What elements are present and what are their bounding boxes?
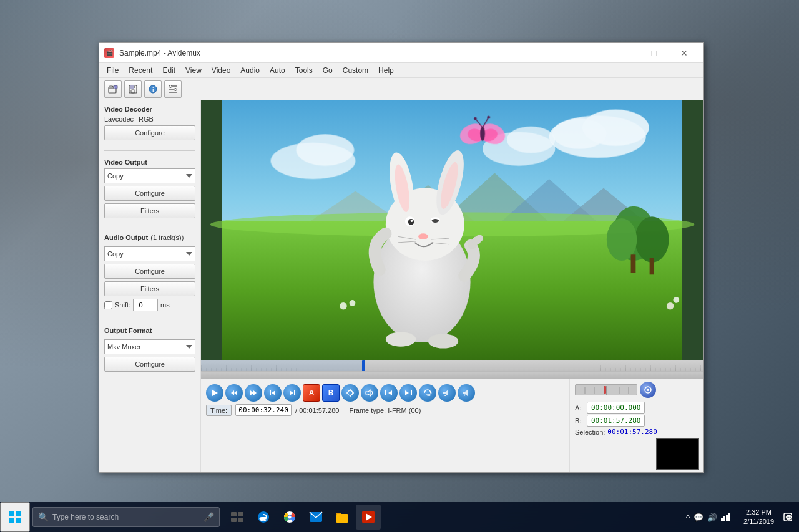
system-tray: ^ 💬 🔊 [681,512,736,523]
edge-icon [257,510,270,524]
menu-edit[interactable]: Edit [157,65,180,76]
menu-help[interactable]: Help [373,65,399,76]
mail-button[interactable] [303,505,328,530]
svg-point-12 [169,85,172,87]
folder-icon [335,511,349,523]
menu-audio[interactable]: Audio [235,65,265,76]
network-bars-icon [721,512,731,521]
volume-tray-icon[interactable]: 🔊 [707,513,717,522]
svg-rect-112 [231,512,237,516]
media-player-button[interactable] [356,505,381,530]
shift-row: Shift: ms [104,299,195,311]
menu-bar: File Recent Edit View Video Audio Auto T… [99,63,703,78]
menu-view[interactable]: View [180,65,207,76]
svg-rect-113 [238,512,243,516]
title-bar-left: 🎬 Sample.mp4 - Avidemux [104,48,200,58]
audio-output-title: Audio Output [104,234,148,241]
svg-marker-95 [388,390,392,395]
chrome-browser-button[interactable] [277,505,302,530]
main-content: Video Decoder Lavcodec RGB Configure Vid… [99,100,703,472]
a-time: 00:00:00.000 [587,402,645,414]
file-explorer-button[interactable] [330,505,355,530]
menu-tools[interactable]: Tools [290,65,318,76]
next-frame-button[interactable] [283,384,301,402]
timeline-bar[interactable] [201,360,703,372]
video-output-filters-button[interactable]: Filters [104,203,195,218]
notifications-button[interactable]: 💬 [782,505,794,530]
system-clock[interactable]: 2:32 PM 2/11/2019 [738,508,779,527]
set-b-marker-button[interactable]: B [322,384,340,402]
video-output-section: Video Output Copy Mpeg4 AVC Mpeg4 ASP Co… [104,158,195,218]
network-icon[interactable] [721,512,731,523]
timeline-bar2[interactable] [201,372,703,379]
svg-point-17 [552,118,607,148]
svg-text:💬: 💬 [785,514,792,521]
prev-frame-button[interactable] [264,384,282,402]
audio-output-select[interactable]: Copy AAC MP3 [104,246,195,261]
current-time-input[interactable] [235,404,292,416]
toolbar-prefs-button[interactable] [164,80,182,98]
menu-go[interactable]: Go [318,65,338,76]
menu-recent[interactable]: Recent [124,65,157,76]
menu-auto[interactable]: Auto [265,65,290,76]
audio-output-filters-button[interactable]: Filters [104,281,195,296]
loop-icon-button[interactable] [640,382,656,398]
menu-file[interactable]: File [102,65,124,76]
search-bar[interactable]: 🔍 Type here to search 🎤 [32,507,220,527]
volume-button[interactable] [361,384,378,402]
a-marker-row: A: 00:00:00.000 [575,402,699,414]
timeline-ticks-svg [201,360,703,372]
left-panel: Video Decoder Lavcodec RGB Configure Vid… [99,100,201,472]
start-button[interactable] [0,502,30,532]
search-placeholder: Type here to search [52,513,119,521]
forward-button[interactable] [245,384,262,402]
output-format-title: Output Format [104,327,195,334]
rewind-button[interactable] [225,384,243,402]
svg-marker-93 [366,390,371,396]
toolbar-save-button[interactable] [124,80,142,98]
svg-point-51 [411,220,413,222]
frame-type: Frame type: I-FRM (00) [349,407,421,414]
edge-browser-button[interactable] [251,505,276,530]
svg-point-30 [635,216,669,263]
video-output-select[interactable]: Copy Mpeg4 AVC Mpeg4 ASP [104,168,195,183]
svg-marker-85 [272,390,275,395]
svg-rect-115 [238,518,243,522]
close-button[interactable]: ✕ [670,43,699,63]
set-a-marker-button[interactable]: A [303,384,320,402]
chrome-icon [283,510,297,524]
maximize-button[interactable]: □ [640,43,669,63]
svg-point-53 [432,219,439,223]
brightness-button[interactable] [341,384,359,402]
svg-point-54 [418,233,428,239]
svg-point-111 [647,389,649,391]
video-frame[interactable] [201,100,703,360]
windows-icon [9,511,21,523]
svg-rect-122 [336,514,348,523]
output-format-configure-button[interactable]: Configure [104,357,195,372]
output-format-select[interactable]: Mkv Muxer Mp4 Muxer Avi Muxer [104,339,195,354]
minimize-button[interactable]: — [610,43,639,63]
toolbar: i i [99,78,703,100]
menu-custom[interactable]: Custom [338,65,373,76]
toolbar-info-button[interactable]: i [144,80,162,98]
volume-up-button[interactable]: + [458,384,475,402]
tray-expand-icon[interactable]: ^ [686,513,690,522]
next-keyframe-button[interactable] [400,384,417,402]
volume-down-button[interactable]: - [438,384,456,402]
svg-point-19 [507,127,556,153]
menu-video[interactable]: Video [207,65,235,76]
shift-input[interactable] [133,299,158,311]
video-output-configure-button[interactable]: Configure [104,186,195,201]
svg-point-72 [487,116,490,119]
speed-slider[interactable] [575,384,637,395]
audio-track-label: (1 track(s)) [150,234,184,241]
loop-ab-button[interactable]: A B [419,384,436,402]
prev-keyframe-button[interactable] [380,384,398,402]
toolbar-open-button[interactable]: i [104,80,122,98]
play-button[interactable] [206,384,223,402]
video-decoder-configure-button[interactable]: Configure [104,125,195,140]
taskview-button[interactable] [225,505,250,530]
audio-output-configure-button[interactable]: Configure [104,264,195,279]
shift-checkbox[interactable] [104,301,112,309]
